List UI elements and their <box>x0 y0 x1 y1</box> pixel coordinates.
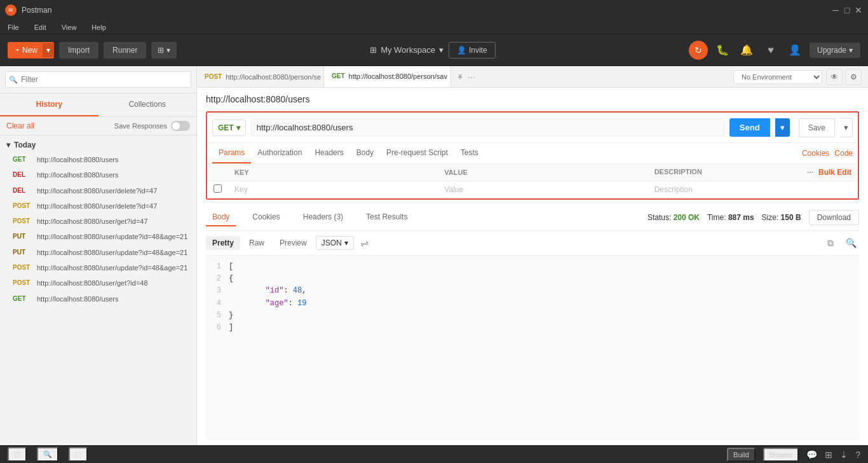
value-input[interactable] <box>444 185 641 194</box>
response-tab-body[interactable]: Body <box>206 209 236 226</box>
invite-button[interactable]: 👤 Invite <box>449 42 496 59</box>
build-button[interactable]: Build <box>727 448 755 462</box>
response-tab-cookies[interactable]: Cookies <box>246 209 286 226</box>
method-badge: POST <box>13 218 33 225</box>
notification-button[interactable]: 🔔 <box>737 41 756 60</box>
maximize-button[interactable]: □ <box>843 6 851 15</box>
settings-icon[interactable]: 💬 <box>806 450 817 460</box>
grid-icon: ⊞ <box>370 45 377 55</box>
terminal-button[interactable]: ⬚ <box>69 447 88 462</box>
import-button[interactable]: Import <box>59 42 98 59</box>
req-tab-params[interactable]: Params <box>212 143 251 163</box>
req-tab-authorization[interactable]: Authorization <box>251 143 308 163</box>
environment-select[interactable]: No Environment <box>733 70 822 84</box>
description-input[interactable] <box>654 185 851 194</box>
request-url-display: http://localhost:8080/users <box>206 94 309 104</box>
list-item[interactable]: POST http://localhost:8080/user/delete?i… <box>0 198 196 214</box>
req-tab-headers[interactable]: Headers <box>308 143 349 163</box>
new-button[interactable]: + New ▾ <box>8 42 54 59</box>
list-item[interactable]: DEL http://localhost:8080/user/delete?id… <box>0 183 196 198</box>
close-button[interactable]: ✕ <box>854 6 863 15</box>
save-responses-toggle[interactable] <box>171 121 190 131</box>
req-tab-body[interactable]: Body <box>350 143 380 163</box>
download-button[interactable]: Download <box>809 210 859 225</box>
list-item[interactable]: GET http://localhost:8080/users <box>0 152 196 167</box>
list-item[interactable]: POST http://localhost:8080/user/get?id=4… <box>0 275 196 291</box>
line-number: 5 <box>211 310 221 322</box>
param-checkbox[interactable] <box>214 184 222 193</box>
search-response-button[interactable]: 🔍 <box>843 235 859 251</box>
clear-all-button[interactable]: Clear all <box>6 121 34 130</box>
runner-button[interactable]: Runner <box>104 42 146 59</box>
bug-button[interactable]: 🐛 <box>713 41 732 60</box>
upgrade-button[interactable]: Upgrade ▾ <box>810 43 860 58</box>
send-dropdown-button[interactable]: ▾ <box>775 118 790 137</box>
search-status-button[interactable]: 🔍 <box>37 447 58 462</box>
env-icons: 👁 ⚙ <box>826 69 862 85</box>
env-eye-button[interactable]: 👁 <box>826 69 843 85</box>
expand-icon: ▾ <box>6 141 10 149</box>
list-item[interactable]: PUT http://localhost:8080/user/update?id… <box>0 245 196 260</box>
new-caret[interactable]: ▾ <box>43 43 54 57</box>
env-gear-button[interactable]: ⚙ <box>845 69 862 85</box>
line-content: ] <box>229 322 233 334</box>
question-icon[interactable]: ? <box>855 450 860 460</box>
key-input[interactable] <box>234 185 431 194</box>
add-tab-button[interactable]: + <box>458 72 463 82</box>
response-tab-headers[interactable]: Headers (3) <box>297 209 349 226</box>
code-link[interactable]: Code <box>834 149 853 158</box>
user-button[interactable]: 👤 <box>785 41 804 60</box>
upgrade-label: Upgrade <box>817 46 846 55</box>
params-more-button[interactable]: ··· <box>807 168 813 177</box>
format-preview-button[interactable]: Preview <box>273 236 313 250</box>
sidebar-toggle-button[interactable]: ◫ <box>8 447 27 462</box>
tab-post[interactable]: POST http://localhost:8080/person/se ✕ <box>197 66 324 87</box>
filter-icon[interactable]: ⇌ <box>360 237 369 249</box>
line-number: 6 <box>211 322 221 334</box>
format-raw-button[interactable]: Raw <box>243 236 271 250</box>
menu-help[interactable]: Help <box>89 22 109 32</box>
browse-button[interactable]: Browse <box>763 448 799 462</box>
req-tab-right: Cookies Code <box>802 149 853 158</box>
team-button[interactable]: ⊞ ▾ <box>151 42 176 59</box>
tab-collections[interactable]: Collections <box>98 93 197 116</box>
copy-button[interactable]: ⧉ <box>822 235 839 251</box>
save-button[interactable]: Save <box>799 118 835 137</box>
save-dropdown-button[interactable]: ▾ <box>840 118 853 137</box>
req-tab-tests[interactable]: Tests <box>454 143 485 163</box>
menu-file[interactable]: File <box>5 22 22 32</box>
heart-button[interactable]: ♥ <box>761 41 780 60</box>
tab-get-active[interactable]: GET http://localhost:8080/person/sav ✕ <box>324 66 451 87</box>
minimize-button[interactable]: ─ <box>831 6 840 15</box>
tab-more-button[interactable]: ··· <box>468 72 475 82</box>
col-checkbox <box>207 164 228 181</box>
response-tab-test-results[interactable]: Test Results <box>360 209 414 226</box>
list-item[interactable]: POST http://localhost:8080/user/get?id=4… <box>0 214 196 229</box>
send-button[interactable]: Send <box>729 118 770 137</box>
layout-icon[interactable]: ⊞ <box>825 450 832 460</box>
search-input[interactable] <box>5 71 191 88</box>
bulk-edit-button[interactable]: Bulk Edit <box>818 168 851 177</box>
workspace-button[interactable]: ⊞ My Workspace ▾ <box>370 45 444 55</box>
url-input[interactable] <box>251 119 724 136</box>
cookies-link[interactable]: Cookies <box>802 149 829 158</box>
history-url: http://localhost:8080/users <box>37 170 118 179</box>
list-item[interactable]: POST http://localhost:8080/user/update?i… <box>0 260 196 275</box>
response-tabs-bar: Body Cookies Headers (3) Test Results St… <box>206 205 859 231</box>
method-select[interactable]: GET ▾ <box>212 120 246 136</box>
line-number: 1 <box>211 261 221 273</box>
sync-button[interactable]: ↻ <box>689 41 708 60</box>
help-icon[interactable]: ⇣ <box>840 450 848 460</box>
req-tab-prerequest[interactable]: Pre-request Script <box>380 143 454 163</box>
invite-icon: 👤 <box>457 46 466 55</box>
method-indicator: POST <box>205 73 222 80</box>
menu-view[interactable]: View <box>59 22 79 32</box>
param-row-empty <box>207 181 858 198</box>
format-pretty-button[interactable]: Pretty <box>206 236 240 250</box>
menu-edit[interactable]: Edit <box>32 22 49 32</box>
list-item[interactable]: GET http://localhost:8080/users <box>0 291 196 307</box>
list-item[interactable]: PUT http://localhost:8080/user/update?id… <box>0 229 196 244</box>
list-item[interactable]: DEL http://localhost:8080/users <box>0 167 196 183</box>
format-type-select[interactable]: JSON ▾ <box>316 236 354 250</box>
tab-history[interactable]: History <box>0 93 98 116</box>
